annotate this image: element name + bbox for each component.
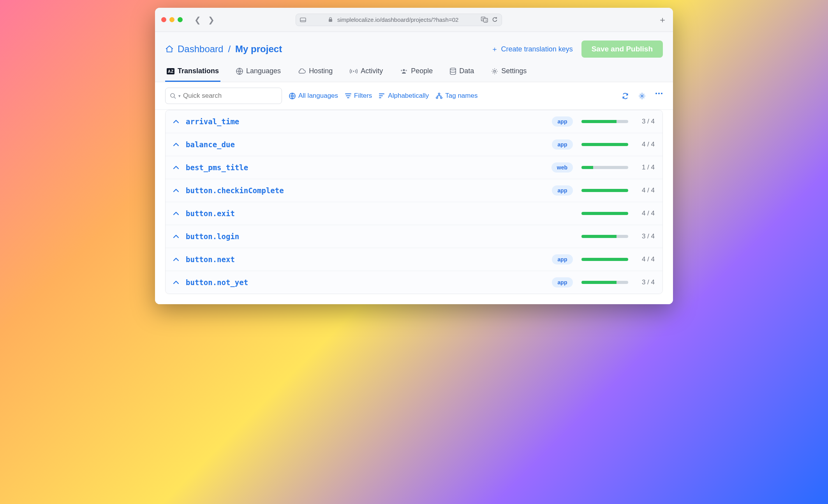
chevron-up-icon[interactable] <box>173 234 179 238</box>
progress-ratio: 3 / 4 <box>637 118 655 125</box>
breadcrumb-root[interactable]: Dashboard <box>178 44 223 55</box>
key-row-left: balance_due <box>173 140 235 149</box>
home-icon[interactable] <box>165 45 174 53</box>
key-name: arrival_time <box>186 117 239 126</box>
tag-chip[interactable]: web <box>551 162 573 173</box>
tag-names-button[interactable]: Tag names <box>436 92 477 100</box>
key-row[interactable]: button.loginx3 / 4 <box>166 225 662 248</box>
tag-chip[interactable]: app <box>552 116 573 127</box>
chevron-up-icon[interactable] <box>173 120 179 123</box>
tag-chip[interactable]: app <box>552 277 573 287</box>
svg-point-15 <box>450 68 456 70</box>
svg-point-30 <box>655 93 657 94</box>
key-row[interactable]: best_pms_titleweb1 / 4 <box>166 156 662 179</box>
key-name: button.exit <box>186 209 235 218</box>
tab-data[interactable]: Data <box>448 63 476 82</box>
activity-icon <box>350 69 358 74</box>
quick-search[interactable]: ▾ <box>165 88 282 104</box>
globe-icon <box>289 93 296 99</box>
progress-ratio: 4 / 4 <box>637 256 655 263</box>
translate-icon[interactable]: A文 <box>481 17 488 23</box>
svg-text:文: 文 <box>484 19 487 22</box>
chevron-up-icon[interactable] <box>173 143 179 146</box>
svg-point-32 <box>661 93 662 94</box>
filter-all-languages[interactable]: All languages <box>289 92 338 100</box>
sort-button[interactable]: Alphabetically <box>379 92 429 100</box>
cloud-icon <box>298 69 306 74</box>
nav-back-icon[interactable]: ❮ <box>194 15 201 25</box>
key-row[interactable]: button.nextapp4 / 4 <box>166 248 662 271</box>
chevron-up-icon[interactable] <box>173 189 179 192</box>
tab-languages[interactable]: Languages <box>234 63 282 82</box>
create-keys-link[interactable]: ＋ Create translation keys <box>491 44 573 54</box>
refresh-icon[interactable] <box>622 92 629 100</box>
breadcrumb-separator: / <box>228 44 231 55</box>
filters-label: Filters <box>354 92 372 100</box>
chevron-up-icon[interactable] <box>173 166 179 169</box>
browser-chrome: ❮ ❯ simplelocalize.io/dashboard/projects… <box>155 8 673 32</box>
key-row[interactable]: balance_dueapp4 / 4 <box>166 133 662 156</box>
save-publish-button[interactable]: Save and Publish <box>581 41 663 58</box>
key-name: balance_due <box>186 140 235 149</box>
tab-activity[interactable]: Activity <box>348 63 384 82</box>
sidebar-toggle-icon[interactable] <box>300 18 306 22</box>
tag-chip[interactable]: app <box>552 254 573 264</box>
people-icon <box>400 69 408 74</box>
tag-tree-icon <box>436 93 442 99</box>
progress-bar <box>581 189 628 192</box>
chevron-up-icon[interactable] <box>173 280 179 284</box>
svg-line-18 <box>174 97 176 99</box>
tab-translations[interactable]: AZ Translations <box>165 63 220 82</box>
database-icon <box>450 68 456 75</box>
svg-point-13 <box>401 70 402 71</box>
breadcrumb-current[interactable]: My project <box>235 44 282 55</box>
key-row[interactable]: button.not_yetapp3 / 4 <box>166 271 662 294</box>
toolbar-right <box>622 92 663 100</box>
tab-people[interactable]: People <box>398 63 434 82</box>
key-name: best_pms_title <box>186 163 248 172</box>
filters-button[interactable]: Filters <box>345 92 372 100</box>
progress-bar <box>581 143 628 146</box>
new-tab-icon[interactable]: ＋ <box>658 14 667 26</box>
chevron-up-icon[interactable] <box>173 257 179 261</box>
settings-icon[interactable] <box>638 92 646 100</box>
tag-chip[interactable]: app <box>552 139 573 150</box>
progress-ratio: 3 / 4 <box>637 278 655 286</box>
address-bar[interactable]: simplelocalize.io/dashboard/projects/?ha… <box>296 14 502 26</box>
reload-icon[interactable] <box>492 17 498 23</box>
progress-ratio: 4 / 4 <box>637 141 655 148</box>
search-icon <box>170 93 176 99</box>
globe-icon <box>236 68 243 75</box>
svg-point-16 <box>494 70 496 72</box>
key-row-left: arrival_time <box>173 117 239 126</box>
key-row-right: app4 / 4 <box>552 254 655 264</box>
nav-forward-icon[interactable]: ❯ <box>208 15 215 25</box>
tab-label: People <box>411 67 433 75</box>
more-icon[interactable] <box>655 92 663 100</box>
window-minimize-icon[interactable] <box>169 17 174 22</box>
svg-point-31 <box>658 93 660 94</box>
progress-bar <box>581 212 628 215</box>
key-row[interactable]: button.checkinCompleteapp4 / 4 <box>166 179 662 202</box>
key-row-right: web1 / 4 <box>551 162 655 173</box>
progress-bar <box>581 281 628 284</box>
search-input[interactable] <box>183 92 277 100</box>
tab-label: Languages <box>246 67 281 75</box>
breadcrumb: Dashboard / My project <box>165 44 282 55</box>
lock-icon <box>328 17 333 22</box>
chevron-up-icon[interactable] <box>173 211 179 215</box>
nav-arrows: ❮ ❯ <box>194 15 215 25</box>
tab-label: Settings <box>501 67 527 75</box>
traffic-lights <box>161 17 183 22</box>
window-maximize-icon[interactable] <box>178 17 183 22</box>
window-close-icon[interactable] <box>161 17 166 22</box>
key-row[interactable]: arrival_timeapp3 / 4 <box>166 110 662 133</box>
list-toolbar: ▾ All languages Filters Alphabetically <box>155 82 673 110</box>
tab-settings[interactable]: Settings <box>490 63 528 82</box>
tab-hosting[interactable]: Hosting <box>296 63 334 82</box>
key-row[interactable]: button.exitx4 / 4 <box>166 202 662 225</box>
progress-ratio: 3 / 4 <box>637 233 655 240</box>
svg-point-29 <box>641 95 643 97</box>
svg-text:Z: Z <box>171 69 173 74</box>
tag-chip[interactable]: app <box>552 185 573 196</box>
